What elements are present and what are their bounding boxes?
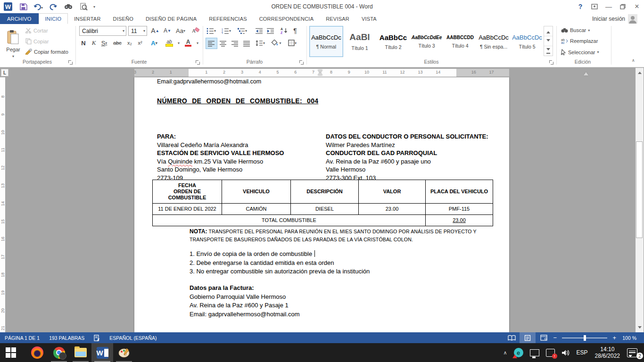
- clipboard-dialog-launcher-icon[interactable]: [68, 60, 73, 65]
- show-marks-button[interactable]: ¶: [289, 25, 301, 36]
- tab-revisar[interactable]: REVISAR: [320, 13, 355, 24]
- zoom-slider[interactable]: [562, 337, 607, 338]
- proofing-status-icon[interactable]: ✗: [89, 332, 105, 343]
- qat-customize-icon[interactable]: ▾: [93, 5, 95, 9]
- sign-in[interactable]: Iniciar sesión: [592, 13, 637, 24]
- font-dialog-launcher-icon[interactable]: [195, 60, 200, 65]
- taskbar-clock[interactable]: 14:10 28/6/2022: [591, 346, 624, 359]
- help-icon[interactable]: ?: [573, 0, 587, 13]
- numbering-button[interactable]: 123 ▾: [221, 25, 232, 36]
- antivirus-tray-icon[interactable]: e: [511, 343, 527, 362]
- network-tray-icon[interactable]: [527, 343, 543, 362]
- shrink-font-button[interactable]: A▼: [162, 25, 173, 36]
- tab-referencias[interactable]: REFERENCIAS: [203, 13, 253, 24]
- hanging-indent-marker[interactable]: [318, 70, 322, 75]
- word-count[interactable]: 193 PALABRAS: [44, 332, 89, 343]
- justify-button[interactable]: [241, 38, 253, 49]
- increase-indent-button[interactable]: [265, 25, 276, 36]
- font-size-combo[interactable]: 11 ▾: [128, 26, 147, 36]
- zoom-out-icon[interactable]: −: [552, 334, 558, 341]
- style-titulo-2[interactable]: AaBbCc Título 2: [376, 26, 410, 57]
- scrollbar-thumb[interactable]: [636, 141, 643, 238]
- print-layout-icon[interactable]: [520, 332, 536, 343]
- tray-expand-icon[interactable]: ∧: [500, 343, 511, 362]
- format-painter-button[interactable]: Copiar formato: [25, 49, 68, 55]
- highlight-button[interactable]: ab: [164, 38, 174, 48]
- action-center-icon[interactable]: [543, 343, 558, 362]
- vertical-ruler[interactable]: 89101112131415161718192021: [0, 77, 5, 332]
- style-titulo-4[interactable]: AABBCCDD Título 4: [443, 26, 477, 57]
- ribbon-display-options-icon[interactable]: [587, 0, 602, 13]
- fuel-order-table[interactable]: FECHA ORDEN DE COMBUSTIBLE VEHICULO DESC…: [152, 180, 493, 226]
- minimize-icon[interactable]: —: [602, 0, 616, 13]
- replace-button[interactable]: abac Reemplazar: [561, 38, 598, 44]
- font-family-dropdown-icon[interactable]: ▾: [123, 29, 124, 33]
- style-titulo-1[interactable]: AaBl Título 1: [343, 26, 377, 57]
- taskbar-word[interactable]: W: [91, 343, 113, 362]
- text-effects-button[interactable]: A▾: [149, 38, 159, 48]
- tab-diseno-de-pagina[interactable]: DISEÑO DE PÁGINA: [140, 13, 203, 24]
- paragraph-dialog-launcher-icon[interactable]: [299, 60, 304, 65]
- find-button[interactable]: Buscar▾: [561, 27, 590, 33]
- page-indicator[interactable]: PÁGINA 1 DE 1: [0, 332, 44, 343]
- scroll-down-icon[interactable]: [636, 324, 644, 332]
- notification-center-icon[interactable]: 2: [624, 343, 644, 362]
- right-indent-marker[interactable]: [584, 70, 588, 75]
- start-button[interactable]: [0, 343, 22, 362]
- keyboard-language[interactable]: ESP: [573, 343, 591, 362]
- highlight-dropdown-icon[interactable]: ▾: [173, 38, 184, 48]
- style-sin-espaciado[interactable]: AaBbCcDc ¶ Sin espa...: [477, 26, 511, 57]
- paste-dropdown-icon[interactable]: ▾: [12, 54, 14, 58]
- collapse-ribbon-icon[interactable]: ∧: [632, 58, 635, 63]
- styles-dialog-launcher-icon[interactable]: [549, 60, 553, 65]
- font-color-dropdown-icon[interactable]: ▾: [192, 38, 203, 48]
- bullets-button[interactable]: ▾: [206, 25, 217, 36]
- restore-icon[interactable]: [616, 0, 630, 13]
- volume-tray-icon[interactable]: [558, 343, 573, 362]
- web-layout-icon[interactable]: [536, 332, 552, 343]
- tab-inicio[interactable]: INICIO: [39, 13, 68, 24]
- superscript-button[interactable]: x²: [135, 38, 145, 48]
- style-normal[interactable]: AaBbCcDc ¶ Normal: [309, 26, 343, 57]
- taskbar-file-explorer[interactable]: [70, 343, 91, 362]
- align-left-button[interactable]: [206, 38, 217, 49]
- styles-scroll-up-icon[interactable]: [544, 26, 553, 36]
- zoom-in-icon[interactable]: +: [611, 334, 618, 341]
- redo-icon[interactable]: [48, 1, 58, 12]
- taskbar-firefox[interactable]: [26, 343, 48, 362]
- style-titulo-3[interactable]: AaBbCcDdEe Título 3: [410, 26, 444, 57]
- font-color-button[interactable]: A: [183, 38, 193, 48]
- select-button[interactable]: Seleccionar▾: [561, 49, 599, 55]
- bold-button[interactable]: N: [78, 38, 89, 48]
- tab-vista[interactable]: VISTA: [355, 13, 383, 24]
- cut-button[interactable]: Cortar: [25, 28, 48, 33]
- scroll-up-icon[interactable]: [636, 68, 644, 76]
- tab-insertar[interactable]: INSERTAR: [68, 13, 107, 24]
- decrease-indent-button[interactable]: [254, 25, 265, 36]
- print-preview-icon[interactable]: [78, 1, 89, 12]
- save-icon[interactable]: [18, 1, 28, 12]
- style-titulo-5[interactable]: AaBbCcDc Título 5: [510, 26, 544, 57]
- multilevel-list-button[interactable]: ▾: [237, 25, 248, 36]
- styles-scroll-down-icon[interactable]: [544, 36, 553, 46]
- close-icon[interactable]: ×: [630, 0, 644, 13]
- zoom-level[interactable]: 100 %: [618, 332, 644, 343]
- tab-correspondencia[interactable]: CORRESPONDENCIA: [253, 13, 320, 24]
- document-page[interactable]: Email:gadprvallehermoso@hotmail.com NÚME…: [134, 77, 509, 332]
- paste-button[interactable]: Pegar ▾: [3, 26, 24, 62]
- align-right-button[interactable]: [229, 38, 241, 49]
- underline-button[interactable]: S▾: [99, 38, 109, 48]
- undo-icon[interactable]: ▾: [33, 1, 43, 12]
- change-case-button[interactable]: Aa▾: [175, 25, 186, 36]
- taskbar-paint[interactable]: [113, 343, 135, 362]
- language-indicator[interactable]: ESPAÑOL (ESPAÑA): [105, 332, 161, 343]
- word-logo-icon[interactable]: W: [3, 1, 13, 12]
- tab-archivo[interactable]: ARCHIVO: [0, 13, 39, 24]
- line-spacing-button[interactable]: ▾: [255, 38, 266, 48]
- tab-stop-selector[interactable]: L: [1, 69, 8, 76]
- styles-gallery-more-icon[interactable]: [544, 46, 553, 56]
- clear-formatting-button[interactable]: A: [190, 25, 201, 36]
- tab-diseno[interactable]: DISEÑO: [107, 13, 140, 24]
- horizontal-ruler[interactable]: 32112345678910111213141617: [134, 69, 509, 77]
- shading-button[interactable]: ▾: [271, 38, 282, 48]
